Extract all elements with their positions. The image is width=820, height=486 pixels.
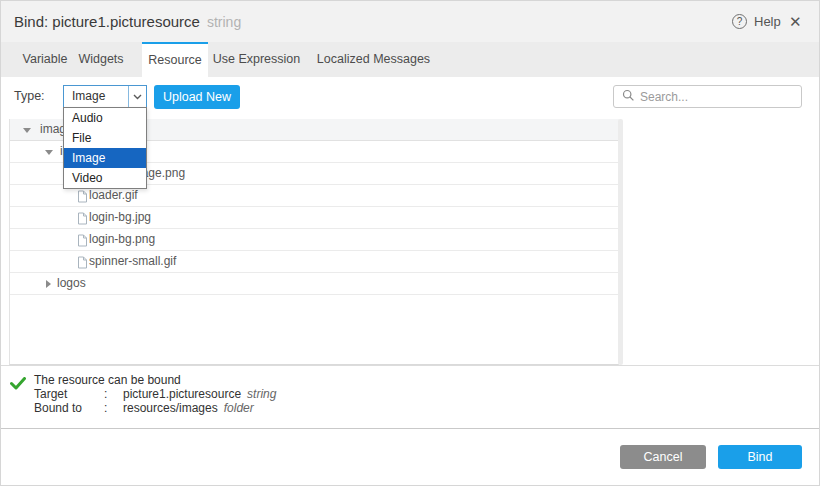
status-target-type: string	[247, 387, 276, 401]
help-button[interactable]: ? Help	[732, 1, 781, 42]
caret-down-icon[interactable]	[23, 128, 31, 133]
search-icon	[622, 88, 635, 106]
file-icon	[77, 211, 88, 229]
status-target-label: Target	[34, 387, 104, 401]
status-message: The resource can be bound	[34, 373, 181, 387]
tab-variable[interactable]: Variable	[14, 42, 76, 77]
close-icon[interactable]: ✕	[789, 1, 802, 42]
file-icon	[77, 233, 88, 251]
file-icon	[77, 189, 88, 207]
status-separator: :	[104, 401, 123, 415]
dropdown-option-image-selected[interactable]: Image	[64, 148, 146, 168]
success-check-icon	[10, 376, 26, 394]
tab-use-expression[interactable]: Use Expression	[208, 42, 305, 77]
bind-dialog: Bind: picture1.picturesourcestring ? Hel…	[0, 0, 820, 486]
status-target-row: Target : picture1.picturesource string	[34, 387, 276, 401]
tree-scrollbar[interactable]	[618, 119, 623, 365]
type-select-value: Image	[72, 86, 105, 107]
dialog-title-type: string	[207, 14, 241, 30]
tree-row-file[interactable]: login-bg.png	[10, 229, 619, 251]
tree-row-label: logos	[57, 273, 86, 294]
type-dropdown-menu: Audio File Image Video	[63, 107, 147, 189]
cancel-button[interactable]: Cancel	[620, 445, 706, 469]
status-bound-type: folder	[224, 401, 254, 415]
help-icon: ?	[732, 14, 747, 29]
content-divider	[1, 365, 820, 366]
dialog-titlebar: Bind: picture1.picturesourcestring ? Hel…	[1, 1, 819, 42]
tree-row-label: login-bg.jpg	[89, 207, 151, 228]
tree-row-label: spinner-small.gif	[89, 251, 176, 272]
tab-widgets[interactable]: Widgets	[72, 42, 130, 77]
caret-right-icon[interactable]	[46, 280, 51, 288]
caret-down-icon[interactable]	[45, 150, 53, 155]
chevron-down-icon	[128, 86, 146, 107]
search-input[interactable]	[640, 90, 801, 104]
file-icon	[77, 255, 88, 273]
footer-divider	[1, 428, 820, 429]
status-bound-value: resources/images	[123, 401, 218, 415]
dropdown-option-video[interactable]: Video	[64, 168, 146, 188]
dialog-title-text: Bind: picture1.picturesource	[14, 13, 200, 30]
tree-row-file[interactable]: login-bg.jpg	[10, 207, 619, 229]
search-box[interactable]	[613, 85, 802, 108]
dialog-title: Bind: picture1.picturesourcestring	[14, 1, 241, 43]
status-separator: :	[104, 387, 123, 401]
status-bound-row: Bound to : resources/images folder	[34, 401, 254, 415]
tab-bar: Variable Widgets Resource Use Expression…	[1, 42, 819, 77]
status-target-value: picture1.picturesource	[123, 387, 241, 401]
tab-localized-messages[interactable]: Localized Messages	[305, 42, 442, 77]
tree-row-file[interactable]: spinner-small.gif	[10, 251, 619, 273]
status-bound-label: Bound to	[34, 401, 104, 415]
upload-new-button[interactable]: Upload New	[154, 85, 240, 109]
tree-row-logos-folder[interactable]: logos	[10, 273, 619, 295]
dropdown-option-audio[interactable]: Audio	[64, 108, 146, 128]
tree-row-label: login-bg.png	[89, 229, 155, 250]
bind-button[interactable]: Bind	[718, 445, 802, 469]
dropdown-option-file[interactable]: File	[64, 128, 146, 148]
help-label: Help	[754, 14, 781, 29]
type-label: Type:	[14, 85, 45, 108]
type-select[interactable]: Image	[63, 85, 147, 108]
tab-resource-active[interactable]: Resource	[142, 42, 208, 77]
